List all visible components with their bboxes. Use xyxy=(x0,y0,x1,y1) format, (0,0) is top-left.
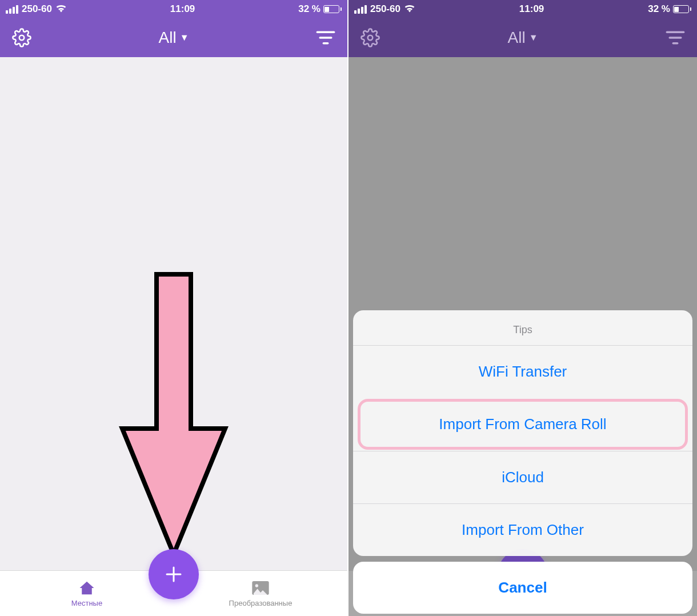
tab-bar: Местные Преобразованные xyxy=(0,570,347,616)
battery-pct-label: 32 % xyxy=(648,3,670,15)
carrier-label: 250-60 xyxy=(370,3,400,15)
home-icon xyxy=(77,579,97,597)
tab-converted[interactable]: Преобразованные xyxy=(174,579,347,607)
status-bar: 250-60 11:09 32 % xyxy=(0,0,347,18)
caret-down-icon: ▼ xyxy=(529,33,538,43)
signal-icon xyxy=(6,5,18,14)
wifi-icon xyxy=(55,3,67,15)
battery-icon xyxy=(323,5,342,13)
image-icon xyxy=(251,579,270,597)
add-button[interactable] xyxy=(149,549,199,599)
sort-button[interactable] xyxy=(314,26,337,49)
option-icloud[interactable]: iCloud xyxy=(353,451,692,503)
settings-button[interactable] xyxy=(10,26,33,49)
status-bar: 250-60 11:09 32 % xyxy=(348,0,697,18)
option-wifi-transfer[interactable]: WiFi Transfer xyxy=(353,345,692,398)
battery-pct-label: 32 % xyxy=(298,3,321,15)
signal-icon xyxy=(354,5,367,14)
screen-before: 250-60 11:09 32 % All ▼ xyxy=(0,0,348,616)
svg-point-8 xyxy=(368,35,373,41)
svg-point-7 xyxy=(255,584,258,587)
svg-point-0 xyxy=(19,35,25,41)
option-import-camera-roll[interactable]: Import From Camera Roll xyxy=(358,399,688,450)
action-sheet: Tips WiFi Transfer Import From Camera Ro… xyxy=(353,310,692,614)
cancel-button[interactable]: Cancel xyxy=(353,562,692,614)
tab-local-label: Местные xyxy=(71,599,102,607)
action-sheet-title: Tips xyxy=(353,310,692,345)
carrier-label: 250-60 xyxy=(22,3,52,15)
action-sheet-options: Tips WiFi Transfer Import From Camera Ro… xyxy=(353,310,692,556)
option-import-other[interactable]: Import From Other xyxy=(353,503,692,556)
filter-dropdown: All ▼ xyxy=(508,29,538,47)
filter-dropdown[interactable]: All ▼ xyxy=(159,29,189,47)
screen-after: 250-60 11:09 32 % All ▼ xyxy=(348,0,697,616)
tab-local[interactable]: Местные xyxy=(0,579,174,607)
filter-label: All xyxy=(159,29,177,47)
sort-button xyxy=(664,26,687,49)
clock-label: 11:09 xyxy=(170,3,195,15)
tab-converted-label: Преобразованные xyxy=(229,599,293,607)
clock-label: 11:09 xyxy=(519,3,544,15)
annotation-arrow xyxy=(117,269,231,568)
wifi-icon xyxy=(404,3,415,15)
nav-bar: All ▼ xyxy=(348,18,697,57)
nav-bar: All ▼ xyxy=(0,18,347,57)
content-area xyxy=(0,57,347,570)
caret-down-icon: ▼ xyxy=(180,33,189,43)
settings-button xyxy=(359,26,382,49)
battery-icon xyxy=(673,5,691,13)
filter-label: All xyxy=(508,29,526,47)
